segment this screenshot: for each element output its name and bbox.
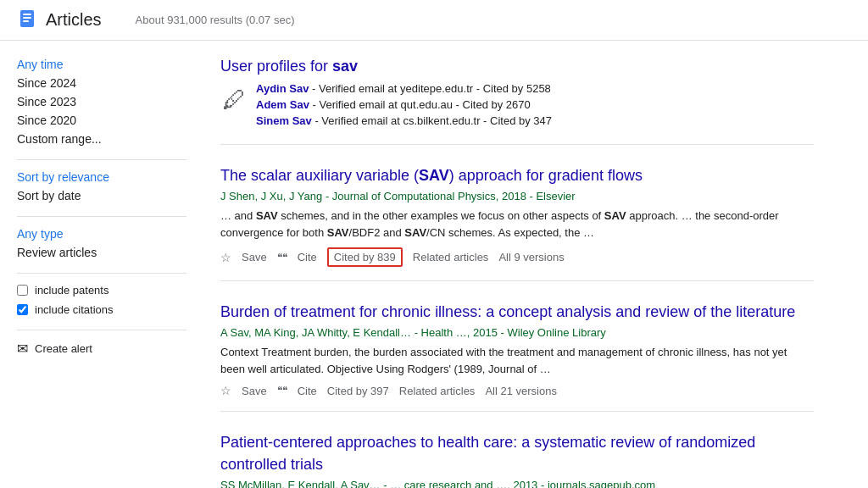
author-link-0c[interactable]: J Yang <box>289 190 322 202</box>
profile-entry-2: Sinem Sav - Verified email at cs.bilkent… <box>256 114 814 127</box>
filter-custom-range[interactable]: Custom range... <box>17 132 186 146</box>
filter-since-2024[interactable]: Since 2024 <box>17 76 186 90</box>
author-link-1c[interactable]: JA Whitty <box>302 326 347 339</box>
result-authors-2: SS McMillan, E Kendall, A Sav… - … care … <box>220 479 814 488</box>
user-profiles-section: User profiles for sav 🖊 Aydin Sav - Veri… <box>220 58 814 145</box>
result-item-0: The scalar auxiliary variable (SAV) appr… <box>220 165 814 281</box>
related-articles-0[interactable]: Related articles <box>413 251 489 263</box>
result-actions-1: ☆ Save ❝❝ Cite Cited by 397 Related arti… <box>220 384 814 397</box>
result-item-2: Patient-centered approaches to health ca… <box>220 432 814 488</box>
svg-rect-2 <box>23 17 31 19</box>
result-authors-0: J Shen, J Xu, J Yang - Journal of Comput… <box>220 190 814 202</box>
filter-review-articles[interactable]: Review articles <box>17 246 186 259</box>
page-header: Articles About 931,000 results (0.07 sec… <box>0 0 868 41</box>
results-info: About 931,000 results (0.07 sec) <box>136 14 295 26</box>
filter-any-time[interactable]: Any time <box>17 58 186 71</box>
star-icon-1: ☆ <box>220 384 231 397</box>
cite-button-0[interactable]: Cite <box>298 251 317 263</box>
filter-any-type[interactable]: Any type <box>17 227 186 241</box>
all-versions-0[interactable]: All 9 versions <box>498 251 564 263</box>
profile-detail-0: - Verified email at yeditepe.edu.tr - Ci… <box>312 82 551 95</box>
quote-icon-0: ❝❝ <box>277 252 287 263</box>
result-authors-1: A Sav, MA King, JA Whitty, E Kendall… - … <box>220 326 814 339</box>
results-container: User profiles for sav 🖊 Aydin Sav - Veri… <box>203 58 814 488</box>
sort-by-date[interactable]: Sort by date <box>17 189 186 202</box>
quote-icon-1: ❝❝ <box>277 385 287 396</box>
author-link-0b[interactable]: J Xu <box>261 190 283 202</box>
sidebar-divider-3 <box>17 273 186 274</box>
cite-button-1[interactable]: Cite <box>298 385 317 397</box>
result-title-2[interactable]: Patient-centered approaches to health ca… <box>220 432 814 474</box>
profile-avatar: 🖊 <box>220 82 248 123</box>
all-versions-1[interactable]: All 21 versions <box>485 385 557 397</box>
user-profiles-query: sav <box>332 58 358 75</box>
author-link-2a[interactable]: SS McMillan <box>220 479 281 488</box>
main-container: Any time Since 2024 Since 2023 Since 202… <box>0 41 868 488</box>
include-patents-row: include patents <box>17 284 186 297</box>
page-title: Articles <box>46 10 102 30</box>
type-filter-section: Any type Review articles <box>17 227 186 259</box>
author-link-1a[interactable]: A Sav <box>220 326 248 339</box>
user-profiles-title-prefix: User profiles for <box>220 58 332 75</box>
profile-list: 🖊 Aydin Sav - Verified email at yeditepe… <box>220 82 814 130</box>
sort-by-relevance[interactable]: Sort by relevance <box>17 170 186 184</box>
include-citations-row: include citations <box>17 303 186 316</box>
include-patents-checkbox[interactable] <box>17 285 28 296</box>
svg-rect-1 <box>23 14 31 15</box>
create-alert-button[interactable]: ✉ Create alert <box>17 341 186 357</box>
save-button-1[interactable]: Save <box>242 385 267 397</box>
sidebar-divider-1 <box>17 159 186 160</box>
profile-name-2[interactable]: Sinem Sav <box>256 114 312 127</box>
profile-entry-1: Adem Sav - Verified email at qut.edu.au … <box>256 98 814 111</box>
envelope-icon: ✉ <box>17 341 28 357</box>
filter-since-2020[interactable]: Since 2020 <box>17 114 186 127</box>
result-title-1[interactable]: Burden of treatment for chronic illness:… <box>220 302 814 323</box>
sidebar-divider-2 <box>17 216 186 217</box>
user-profiles-title[interactable]: User profiles for sav <box>220 58 814 75</box>
result-snippet-1: Context Treatment burden, the burden ass… <box>220 344 814 377</box>
profile-name-0[interactable]: Aydin Sav <box>256 82 309 95</box>
save-button-0[interactable]: Save <box>242 251 267 263</box>
time-filter-section: Any time Since 2024 Since 2023 Since 202… <box>17 58 186 146</box>
profile-entries: Aydin Sav - Verified email at yeditepe.e… <box>256 82 814 130</box>
cited-by-button-0[interactable]: Cited by 839 <box>327 247 403 267</box>
author-link-1b[interactable]: MA King <box>254 326 295 339</box>
profile-detail-1: - Verified email at qut.edu.au - Cited b… <box>313 98 531 111</box>
result-title-0[interactable]: The scalar auxiliary variable (SAV) appr… <box>220 165 814 186</box>
profile-detail-2: - Verified email at cs.bilkent.edu.tr - … <box>314 114 552 127</box>
include-patents-label: include patents <box>35 284 108 297</box>
result-actions-0: ☆ Save ❝❝ Cite Cited by 839 Related arti… <box>220 247 814 267</box>
related-articles-1[interactable]: Related articles <box>399 385 476 397</box>
author-link-2b[interactable]: E Kendall <box>287 479 335 488</box>
author-link-0a[interactable]: J Shen <box>220 190 254 202</box>
sort-section: Sort by relevance Sort by date <box>17 170 186 202</box>
include-citations-label: include citations <box>35 303 114 316</box>
checkboxes-section: include patents include citations <box>17 284 186 316</box>
author-link-1d[interactable]: E Kendall… <box>353 326 411 339</box>
result-title-text-2: Patient-centered approaches to health ca… <box>220 434 755 472</box>
result-title-text-1: Burden of treatment for chronic illness:… <box>220 303 795 320</box>
filter-since-2023[interactable]: Since 2023 <box>17 95 186 108</box>
create-alert-label: Create alert <box>35 342 92 355</box>
person-icon: 🖊 <box>222 86 246 114</box>
profile-entry-0: Aydin Sav - Verified email at yeditepe.e… <box>256 82 814 95</box>
star-icon-0: ☆ <box>220 251 231 264</box>
cited-by-1[interactable]: Cited by 397 <box>327 385 389 397</box>
result-snippet-0: … and SAV schemes, and in the other exam… <box>220 208 814 241</box>
profile-name-1[interactable]: Adem Sav <box>256 98 309 111</box>
include-citations-checkbox[interactable] <box>17 304 28 315</box>
sidebar: Any time Since 2024 Since 2023 Since 202… <box>17 58 203 488</box>
svg-rect-3 <box>23 20 29 22</box>
author-link-2c[interactable]: A Sav… <box>341 479 381 488</box>
result-title-text-0: The scalar auxiliary variable (SAV) appr… <box>220 167 643 184</box>
result-item-1: Burden of treatment for chronic illness:… <box>220 302 814 412</box>
articles-icon <box>17 8 37 31</box>
sidebar-divider-4 <box>17 330 186 330</box>
